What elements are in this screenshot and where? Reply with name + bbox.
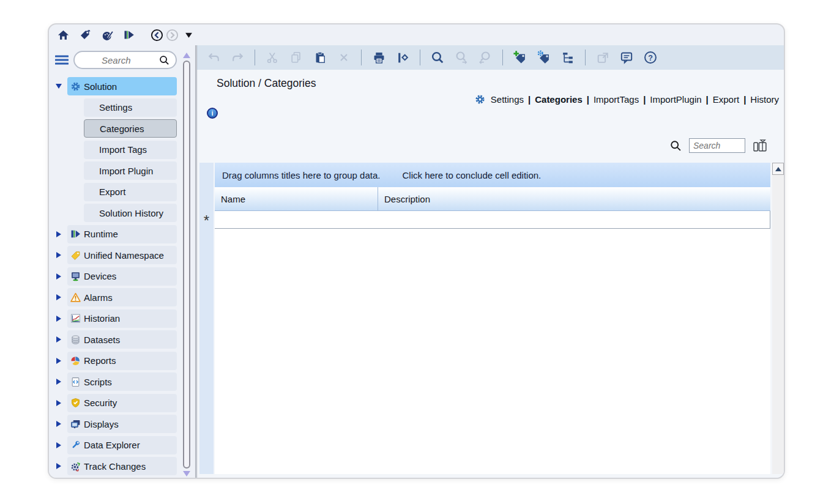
scroll-up-icon[interactable]: [183, 53, 190, 58]
info-icon[interactable]: i: [207, 108, 218, 119]
grid-header-row: Name Description: [215, 187, 770, 211]
draw-icon[interactable]: [100, 28, 114, 42]
tab-history[interactable]: History: [750, 94, 779, 105]
tree-item-reports[interactable]: Reports: [55, 352, 177, 370]
tree-item-datasets[interactable]: Datasets: [55, 330, 177, 349]
tree-item-historian[interactable]: Historian: [55, 309, 177, 328]
sidebar-search[interactable]: [73, 51, 177, 69]
tree-item-import-plugin[interactable]: Import Plugin: [55, 161, 177, 180]
column-chooser-icon[interactable]: [753, 139, 768, 153]
scroll-up-icon: [775, 167, 781, 171]
edit-toolbar: ?: [197, 45, 784, 70]
tree-item-label: Data Explorer: [84, 440, 140, 450]
paste-icon[interactable]: [312, 50, 328, 65]
tag-icon[interactable]: [78, 28, 92, 42]
tree-item-settings[interactable]: Settings: [55, 98, 177, 117]
find-icon[interactable]: [430, 50, 445, 65]
tree-item-label: Alarms: [84, 292, 113, 303]
content-area: ? Solution / Categories Settings | Categ…: [197, 45, 784, 478]
tag-settings-icon[interactable]: [536, 50, 552, 65]
add-tag-icon[interactable]: [512, 50, 528, 65]
scroll-up-button[interactable]: [772, 163, 784, 175]
tree-item-scripts[interactable]: Scripts: [55, 372, 177, 391]
tree-item-label: Import Tags: [99, 144, 147, 155]
grid-scrollbar[interactable]: [772, 163, 784, 474]
tab-importplugin[interactable]: ImportPlugin: [650, 94, 701, 105]
tree-item-label: Track Changes: [84, 461, 146, 472]
navigation-tree: Solution Settings Categories Import Tags…: [55, 77, 177, 475]
tree-item-label: Reports: [84, 355, 116, 366]
tree-item-data-explorer[interactable]: Data Explorer: [55, 436, 177, 454]
expander-right-icon[interactable]: [55, 421, 62, 427]
grid-new-row[interactable]: [215, 211, 770, 229]
tree-item-displays[interactable]: Displays: [55, 415, 177, 433]
tree-item-unified-namespace[interactable]: Unified Namespace: [55, 246, 177, 264]
page-body: Solution / Categories Settings | Categor…: [197, 70, 784, 478]
tree-item-solution[interactable]: Solution: [55, 77, 177, 95]
tree-item-label: Datasets: [84, 335, 120, 345]
tab-categories[interactable]: Categories: [535, 94, 583, 105]
tree-item-alarms[interactable]: Alarms: [55, 288, 177, 306]
tree-item-label: Categories: [100, 124, 144, 134]
gear-icon: [70, 81, 81, 92]
hamburger-menu-icon[interactable]: [55, 54, 69, 65]
tree-item-categories[interactable]: Categories: [55, 119, 177, 138]
sidebar-scrollbar[interactable]: [182, 53, 192, 476]
forward-circle-icon: [165, 28, 179, 42]
print-icon[interactable]: [371, 50, 387, 65]
expander-down-icon[interactable]: [55, 84, 62, 89]
tab-settings[interactable]: Settings: [491, 94, 524, 105]
group-by-band[interactable]: Drag columns titles here to group data. …: [215, 163, 770, 187]
expander-right-icon[interactable]: [55, 252, 62, 258]
tab-importtags[interactable]: ImportTags: [594, 94, 639, 105]
column-header-description[interactable]: Description: [378, 187, 770, 210]
tab-separator: |: [743, 94, 746, 105]
scroll-down-icon[interactable]: [183, 471, 190, 476]
expander-right-icon[interactable]: [55, 442, 62, 448]
expander-right-icon[interactable]: [55, 273, 62, 280]
expander-right-icon[interactable]: [55, 400, 62, 406]
group-hint: Drag columns titles here to group data.: [222, 170, 380, 180]
cut-icon: [264, 50, 280, 65]
scripts-icon: [70, 377, 81, 387]
tree-item-devices[interactable]: Devices: [55, 267, 177, 286]
scrollbar-thumb[interactable]: [183, 61, 190, 469]
tree-item-import-tags[interactable]: Import Tags: [55, 141, 177, 159]
redo-icon: [229, 50, 245, 65]
tabs-bar: Settings | Categories | ImportTags | Imp…: [475, 94, 779, 105]
tab-export[interactable]: Export: [713, 94, 739, 105]
tree-item-label: Settings: [99, 102, 132, 113]
tree-item-label: Unified Namespace: [84, 250, 164, 261]
comments-icon[interactable]: [619, 50, 635, 65]
run-icon[interactable]: [122, 28, 136, 42]
track-changes-icon: [70, 461, 81, 472]
gear-icon: [475, 94, 485, 105]
format-icon[interactable]: [395, 50, 411, 65]
expander-right-icon[interactable]: [55, 463, 62, 469]
reports-icon: [70, 355, 81, 366]
help-icon[interactable]: ?: [642, 50, 658, 65]
expander-right-icon[interactable]: [55, 294, 62, 300]
tree-item-label: Devices: [84, 271, 116, 281]
tree-item-security[interactable]: Security: [55, 394, 177, 412]
svg-text:?: ?: [648, 54, 653, 62]
column-header-name[interactable]: Name: [215, 187, 378, 210]
tree-item-runtime[interactable]: Runtime: [55, 225, 177, 243]
caret-down-icon[interactable]: [182, 28, 195, 42]
tree-item-track-changes[interactable]: Track Changes: [55, 457, 177, 475]
tree-item-label: Security: [84, 398, 117, 408]
sidebar-search-input[interactable]: [102, 55, 157, 65]
expander-right-icon[interactable]: [55, 316, 62, 322]
back-circle-icon[interactable]: [150, 28, 163, 42]
expander-right-icon[interactable]: [55, 379, 62, 385]
tree-item-export[interactable]: Export: [55, 183, 177, 201]
edit-hint[interactable]: Click here to conclude cell edition.: [402, 170, 541, 180]
expander-right-icon[interactable]: [55, 231, 62, 237]
home-icon[interactable]: [56, 28, 70, 42]
tree-item-solution-history[interactable]: Solution History: [55, 204, 177, 222]
grid-search-input[interactable]: [689, 138, 745, 153]
expander-right-icon[interactable]: [55, 358, 62, 364]
expander-right-icon[interactable]: [55, 336, 62, 343]
tree-view-icon[interactable]: [560, 50, 576, 65]
historian-icon: [70, 313, 81, 324]
